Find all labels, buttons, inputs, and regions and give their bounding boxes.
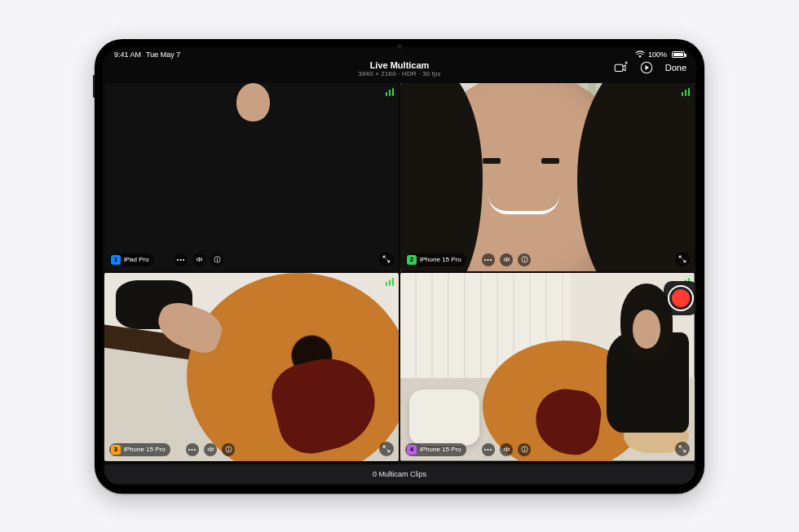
speaker-muted-icon [196, 256, 203, 263]
info-icon [214, 256, 221, 263]
page-subtitle: 3840 × 2160 · HDR · 30 fps [358, 70, 440, 77]
info-button[interactable] [210, 253, 223, 266]
speaker-muted-icon [503, 446, 510, 453]
page-title: Live Multicam [358, 60, 440, 71]
expand-icon [678, 255, 686, 263]
info-icon [225, 446, 232, 453]
more-button[interactable] [174, 253, 188, 266]
expand-button[interactable] [675, 252, 690, 266]
svg-rect-13 [524, 449, 525, 451]
camera-controls [186, 443, 235, 456]
clips-count-label: 0 Multicam Clips [373, 470, 426, 478]
mute-button[interactable] [500, 253, 513, 266]
more-button[interactable] [186, 443, 199, 456]
expand-icon [382, 445, 391, 453]
speaker-muted-icon [503, 256, 510, 263]
camera-video-2 [400, 83, 695, 271]
mute-button[interactable] [500, 443, 513, 456]
camera-controls [482, 443, 531, 456]
play-button[interactable] [639, 60, 654, 75]
record-ring-icon [668, 285, 694, 311]
camera-feed-1[interactable]: 1 iPad Pro [104, 83, 399, 271]
info-button[interactable] [222, 443, 235, 456]
expand-button[interactable] [379, 442, 394, 456]
info-icon [521, 256, 528, 263]
status-time: 9:41 AM [114, 51, 141, 59]
screen: 9:41 AM Tue May 7 100% Live Multicam 384… [103, 47, 696, 486]
speaker-muted-icon [207, 446, 214, 453]
record-dot-icon [672, 289, 690, 307]
camera-plus-icon [613, 60, 628, 75]
camera-index-badge: 4 [407, 445, 417, 455]
expand-button[interactable] [675, 442, 690, 456]
camera-label-pill[interactable]: 1 iPad Pro [109, 253, 154, 266]
camera-feed-2[interactable]: 2 iPhone 15 Pro [400, 83, 695, 271]
camera-controls [174, 253, 223, 266]
mute-button[interactable] [204, 443, 217, 456]
connection-indicator [386, 88, 395, 96]
done-button[interactable]: Done [665, 63, 686, 73]
svg-rect-10 [228, 449, 229, 451]
camera-label-pill[interactable]: 2 iPhone 15 Pro [405, 253, 466, 266]
camera-index-badge: 1 [111, 255, 121, 265]
wifi-icon [635, 51, 645, 58]
info-button[interactable] [518, 443, 531, 456]
add-camera-button[interactable] [613, 60, 628, 75]
expand-icon [382, 255, 391, 263]
camera-video-4 [400, 273, 695, 461]
svg-rect-0 [615, 64, 623, 71]
battery-percent: 100% [648, 51, 667, 59]
expand-icon [678, 445, 686, 453]
multicam-grid: 1 iPad Pro [103, 83, 696, 461]
svg-point-3 [216, 257, 217, 258]
mute-button[interactable] [192, 253, 205, 266]
status-date: Tue May 7 [146, 51, 180, 59]
camera-index-badge: 2 [407, 255, 417, 265]
camera-label-pill[interactable]: 4 iPhone 15 Pro [405, 443, 466, 456]
svg-rect-4 [217, 259, 218, 262]
camera-controls [482, 253, 531, 266]
ipad-device-frame: 9:41 AM Tue May 7 100% Live Multicam 384… [95, 39, 704, 494]
camera-label: iPhone 15 Pro [420, 256, 461, 263]
svg-point-9 [227, 447, 228, 448]
info-button[interactable] [518, 253, 531, 266]
play-circle-icon [639, 60, 654, 75]
camera-index-badge: 3 [111, 445, 121, 455]
more-button[interactable] [482, 443, 495, 456]
front-camera-dot [397, 44, 402, 49]
record-button[interactable] [664, 281, 696, 315]
info-icon [521, 446, 528, 453]
status-bar: 9:41 AM Tue May 7 100% [103, 47, 696, 60]
camera-label: iPhone 15 Pro [420, 446, 461, 453]
camera-label: iPhone 15 Pro [124, 446, 166, 453]
app-header: Live Multicam 3840 × 2160 · HDR · 30 fps… [103, 60, 696, 83]
connection-indicator [682, 88, 691, 96]
svg-point-12 [523, 447, 524, 448]
battery-icon [670, 51, 685, 58]
camera-label: iPad Pro [124, 256, 149, 263]
more-button[interactable] [482, 253, 495, 266]
svg-point-6 [523, 257, 524, 258]
expand-button[interactable] [379, 252, 394, 266]
svg-rect-7 [524, 259, 525, 262]
connection-indicator [386, 278, 395, 286]
clips-tray[interactable]: 0 Multicam Clips [104, 464, 695, 484]
camera-feed-4[interactable]: 4 iPhone 15 Pro [400, 273, 695, 461]
camera-feed-3[interactable]: 3 iPhone 15 Pro [104, 273, 399, 461]
camera-label-pill[interactable]: 3 iPhone 15 Pro [109, 443, 170, 456]
camera-video-3 [104, 273, 399, 461]
